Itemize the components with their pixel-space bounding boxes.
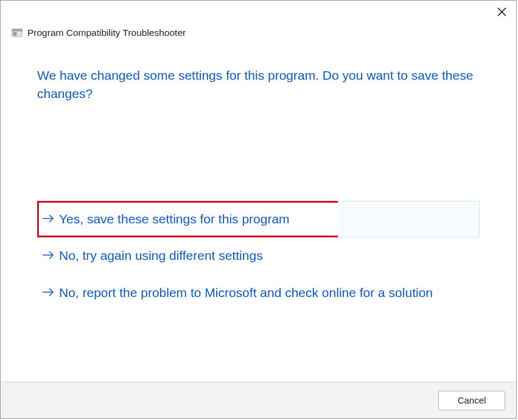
footer: Cancel — [1, 382, 516, 418]
arrow-icon — [42, 210, 54, 225]
options-list: Yes, save these settings for this progra… — [37, 201, 480, 311]
option-try-again[interactable]: No, try again using different settings — [37, 237, 480, 274]
arrow-icon — [42, 284, 54, 298]
content-area: We have changed some settings for this p… — [1, 42, 516, 382]
close-button[interactable] — [495, 5, 508, 18]
cancel-button[interactable]: Cancel — [438, 391, 505, 410]
header-title: Program Compatibility Troubleshooter — [27, 27, 186, 38]
svg-rect-3 — [12, 29, 22, 31]
titlebar — [1, 1, 516, 24]
svg-rect-4 — [13, 32, 16, 35]
instruction-text: We have changed some settings for this p… — [37, 66, 480, 103]
option-label: No, try again using different settings — [59, 247, 263, 265]
arrow-icon — [42, 247, 54, 261]
option-save-settings[interactable]: Yes, save these settings for this progra… — [37, 201, 340, 237]
close-icon — [497, 7, 506, 16]
option-label: No, report the problem to Microsoft and … — [59, 284, 433, 302]
troubleshooter-icon — [12, 28, 23, 38]
troubleshooter-window: Program Compatibility Troubleshooter We … — [0, 0, 517, 419]
option-label: Yes, save these settings for this progra… — [59, 210, 290, 228]
header: Program Compatibility Troubleshooter — [1, 24, 516, 42]
option-report-problem[interactable]: No, report the problem to Microsoft and … — [37, 275, 480, 311]
